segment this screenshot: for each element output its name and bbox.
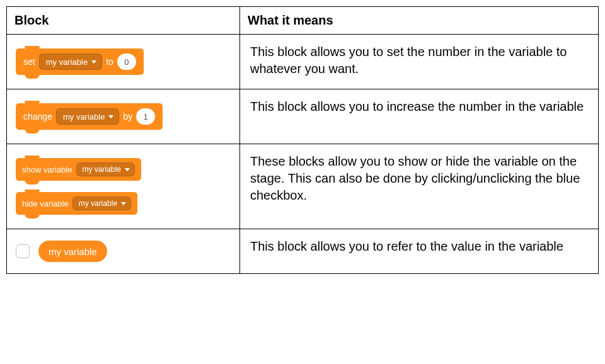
hide-variable-block[interactable]: hide variable my variable (16, 192, 137, 215)
desc-change: This block allows you to increase the nu… (240, 89, 599, 144)
block-cell-change: change my variable by 1 (7, 89, 240, 144)
dropdown-label: my variable (63, 112, 105, 122)
desc-showhide: These blocks allow you to show or hide t… (240, 144, 599, 229)
chevron-down-icon (125, 168, 130, 171)
block-text-by: by (123, 111, 132, 122)
block-text-hide: hide variable (22, 199, 69, 208)
block-text-show: show variable (22, 165, 72, 174)
set-variable-block[interactable]: set my variable to 0 (16, 48, 144, 75)
block-cell-showhide: show variable my variable hide variable … (7, 144, 240, 229)
table-row: set my variable to 0 This block allows y… (7, 35, 599, 89)
block-text-set: set (23, 57, 35, 67)
dropdown-label: my variable (83, 165, 121, 174)
header-block: Block (7, 7, 240, 35)
block-text-to: to (106, 57, 113, 67)
desc-reporter: This block allows you to refer to the va… (240, 229, 599, 274)
chevron-down-icon (121, 202, 126, 205)
stage-visibility-checkbox[interactable] (16, 244, 30, 258)
variable-dropdown[interactable]: my variable (39, 54, 102, 70)
block-cell-set: set my variable to 0 (7, 35, 240, 89)
table-row: my variable This block allows you to ref… (7, 229, 599, 274)
dropdown-label: my variable (79, 199, 117, 208)
block-cell-reporter: my variable (7, 229, 240, 274)
variable-dropdown[interactable]: my variable (56, 108, 119, 125)
variable-dropdown[interactable]: my variable (72, 196, 131, 210)
number-input[interactable]: 0 (117, 54, 136, 70)
table-row: change my variable by 1 This block allow… (7, 89, 599, 144)
number-input[interactable]: 1 (136, 108, 155, 125)
desc-set: This block allows you to set the number … (240, 35, 599, 89)
header-meaning: What it means (240, 7, 599, 35)
chevron-down-icon (108, 115, 113, 118)
block-text-change: change (23, 111, 52, 122)
variable-dropdown[interactable]: my variable (76, 162, 135, 176)
table-row: show variable my variable hide variable … (7, 144, 599, 229)
table-header-row: Block What it means (7, 7, 599, 35)
show-variable-block[interactable]: show variable my variable (16, 158, 141, 181)
variable-blocks-table: Block What it means set my variable to 0… (6, 6, 599, 274)
variable-reporter-block[interactable]: my variable (38, 241, 107, 262)
dropdown-label: my variable (46, 57, 88, 67)
change-variable-block[interactable]: change my variable by 1 (16, 103, 163, 130)
chevron-down-icon (91, 60, 96, 64)
